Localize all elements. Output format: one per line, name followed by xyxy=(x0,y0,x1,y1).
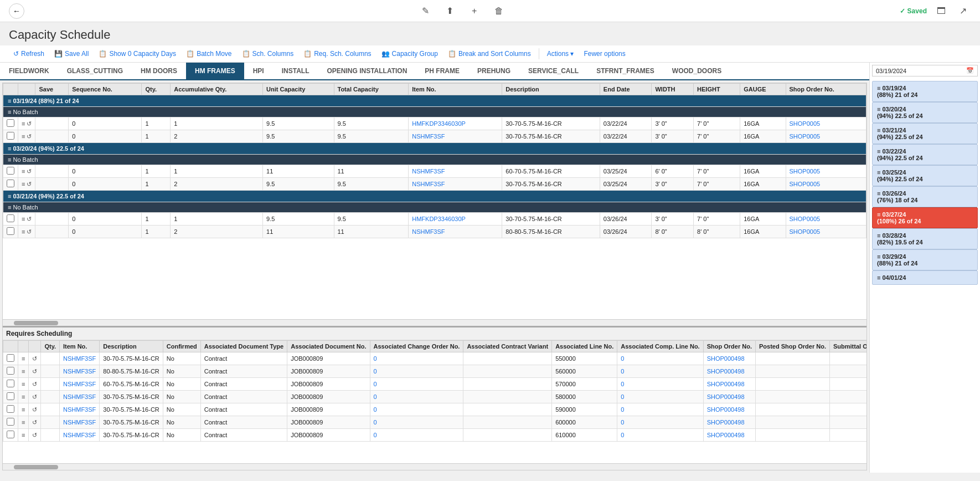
rs-comp-line-link[interactable]: 0 xyxy=(621,368,624,375)
sidebar-date-item-9[interactable]: ≡ 04/01/24 xyxy=(872,270,978,285)
show-0-capacity-button[interactable]: 📋 Show 0 Capacity Days xyxy=(94,48,180,60)
refresh-button[interactable]: ↺ Refresh xyxy=(9,48,49,60)
rs-shop-order-link[interactable]: SHOP000498 xyxy=(707,368,745,375)
row-checkbox[interactable] xyxy=(7,354,14,362)
row-refresh-icon[interactable]: ↺ xyxy=(32,406,37,413)
group-header-1[interactable]: ≡ 03/19/24 (88%) 21 of 24 xyxy=(3,95,866,107)
rs-comp-line-link[interactable]: 0 xyxy=(621,381,624,387)
item-link[interactable]: NSHMF3SF xyxy=(412,181,445,187)
row-menu-icon[interactable]: ≡ xyxy=(22,120,25,127)
tab-hm-doors[interactable]: HM DOORS xyxy=(132,63,186,79)
rs-change-order-link[interactable]: 0 xyxy=(374,406,377,413)
shop-order-link[interactable]: SHOP0005 xyxy=(790,133,821,140)
external-icon-btn[interactable]: ↗ xyxy=(956,3,971,19)
tab-hpi[interactable]: HPI xyxy=(244,63,273,79)
sidebar-date-item-8[interactable]: ≡ 03/29/24 (88%) 21 of 24 xyxy=(872,249,978,270)
sidebar-date-item-7[interactable]: ≡ 03/28/24 (82%) 19.5 of 24 xyxy=(872,228,978,249)
tab-fieldwork[interactable]: FIELDWORK xyxy=(0,63,58,79)
rs-shop-order-link[interactable]: SHOP000498 xyxy=(707,381,745,387)
rs-comp-line-link[interactable]: 0 xyxy=(621,355,624,362)
sidebar-date-item-0[interactable]: ≡ 03/19/24 (88%) 21 of 24 xyxy=(872,81,978,102)
actions-button[interactable]: Actions ▾ xyxy=(543,48,579,60)
rs-change-order-link[interactable]: 0 xyxy=(374,381,377,387)
row-checkbox[interactable] xyxy=(7,167,14,175)
edit-icon-btn[interactable]: ✎ xyxy=(418,3,434,19)
row-checkbox[interactable] xyxy=(7,405,14,413)
row-refresh-icon[interactable]: ↺ xyxy=(32,381,37,387)
row-checkbox[interactable] xyxy=(7,418,14,426)
row-checkbox[interactable] xyxy=(7,132,14,140)
item-link[interactable]: HMFKDP3346030P xyxy=(412,216,466,222)
group-header-3[interactable]: ≡ 03/21/24 (94%) 22.5 of 24 xyxy=(3,191,866,202)
item-link[interactable]: NSHMF3SF xyxy=(412,133,445,140)
rs-shop-order-link[interactable]: SHOP000498 xyxy=(707,406,745,413)
shop-order-link[interactable]: SHOP0005 xyxy=(790,120,821,127)
schedule-scroll[interactable]: Save Sequence No. Qty. Accumulative Qty.… xyxy=(3,83,866,319)
row-refresh-icon[interactable]: ↺ xyxy=(27,228,32,235)
row-checkbox[interactable] xyxy=(7,227,14,235)
capacity-group-button[interactable]: 👥 Capacity Group xyxy=(377,48,442,60)
sidebar-date-item-5[interactable]: ≡ 03/26/24 (76%) 18 of 24 xyxy=(872,186,978,207)
row-checkbox[interactable] xyxy=(7,392,14,400)
row-refresh-icon[interactable]: ↺ xyxy=(27,216,32,222)
tab-wood-doors[interactable]: WOOD_DOORS xyxy=(663,63,730,79)
row-checkbox[interactable] xyxy=(7,380,14,387)
tab-stfrnt-frames[interactable]: STFRNT_FRAMES xyxy=(587,63,663,79)
shop-order-link[interactable]: SHOP0005 xyxy=(790,168,821,175)
sidebar-date-item-4[interactable]: ≡ 03/25/24 (94%) 22.5 of 24 xyxy=(872,165,978,186)
tab-install[interactable]: INSTALL xyxy=(273,63,318,79)
rs-shop-order-link[interactable]: SHOP000498 xyxy=(707,432,745,438)
rs-item-link[interactable]: NSHMF3SF xyxy=(63,368,96,375)
tab-hm-frames[interactable]: HM FRAMES xyxy=(186,63,244,79)
row-checkbox[interactable] xyxy=(7,214,14,222)
row-refresh-icon[interactable]: ↺ xyxy=(32,432,37,438)
rs-change-order-link[interactable]: 0 xyxy=(374,432,377,438)
row-refresh-icon[interactable]: ↺ xyxy=(32,393,37,400)
shop-order-link[interactable]: SHOP0005 xyxy=(790,228,821,235)
sch-columns-button[interactable]: 📋 Sch. Columns xyxy=(238,48,298,60)
tab-glass-cutting[interactable]: GLASS_CUTTING xyxy=(58,63,132,79)
save-all-button[interactable]: 💾 Save All xyxy=(50,48,93,60)
group-header-2[interactable]: ≡ 03/20/24 (94%) 22.5 of 24 xyxy=(3,143,866,155)
rs-change-order-link[interactable]: 0 xyxy=(374,355,377,362)
rs-item-link[interactable]: NSHMF3SF xyxy=(63,419,96,426)
row-menu-icon[interactable]: ≡ xyxy=(22,419,25,426)
tab-ph-frame[interactable]: PH FRAME xyxy=(416,63,468,79)
add-icon-btn[interactable]: + xyxy=(467,3,482,19)
item-link[interactable]: NSHMF3SF xyxy=(412,228,445,235)
row-refresh-icon[interactable]: ↺ xyxy=(32,368,37,375)
tab-prehung[interactable]: PREHUNG xyxy=(468,63,519,79)
item-link[interactable]: NSHMF3SF xyxy=(412,168,445,175)
req-scheduling-scroll[interactable]: Qty. Item No. Description Confirmed Asso… xyxy=(3,340,866,463)
batch-header-3[interactable]: ≡ No Batch xyxy=(3,202,866,213)
break-sort-button[interactable]: 📋 Break and Sort Columns xyxy=(443,48,535,60)
rs-item-link[interactable]: NSHMF3SF xyxy=(63,393,96,400)
delete-icon-btn[interactable]: 🗑 xyxy=(491,3,507,19)
batch-move-button[interactable]: 📋 Batch Move xyxy=(182,48,236,60)
rs-shop-order-link[interactable]: SHOP000498 xyxy=(707,419,745,426)
sidebar-date-input[interactable]: 03/19/2024 📅 xyxy=(872,65,978,76)
back-button[interactable]: ← xyxy=(9,3,24,19)
row-refresh-icon[interactable]: ↺ xyxy=(27,120,32,127)
batch-header-2[interactable]: ≡ No Batch xyxy=(3,155,866,165)
row-menu-icon[interactable]: ≡ xyxy=(22,228,25,235)
req-sch-columns-button[interactable]: 📋 Req. Sch. Columns xyxy=(299,48,375,60)
rs-item-link[interactable]: NSHMF3SF xyxy=(63,355,96,362)
tab-opening-installation[interactable]: OPENING INSTALLATION xyxy=(318,63,416,79)
row-menu-icon[interactable]: ≡ xyxy=(22,168,25,175)
row-refresh-icon[interactable]: ↺ xyxy=(27,133,32,140)
row-menu-icon[interactable]: ≡ xyxy=(22,355,25,362)
rs-comp-line-link[interactable]: 0 xyxy=(621,406,624,413)
rs-item-link[interactable]: NSHMF3SF xyxy=(63,381,96,387)
batch-header-1[interactable]: ≡ No Batch xyxy=(3,107,866,117)
rs-change-order-link[interactable]: 0 xyxy=(374,368,377,375)
row-refresh-icon[interactable]: ↺ xyxy=(32,419,37,426)
sidebar-date-item-2[interactable]: ≡ 03/21/24 (94%) 22.5 of 24 xyxy=(872,123,978,144)
sidebar-date-item-6[interactable]: ≡ 03/27/24 (108%) 26 of 24 xyxy=(872,207,978,228)
h-scrollbar-top[interactable] xyxy=(3,319,866,326)
rs-comp-line-link[interactable]: 0 xyxy=(621,419,624,426)
rs-shop-order-link[interactable]: SHOP000498 xyxy=(707,393,745,400)
share-icon-btn[interactable]: ⬆ xyxy=(442,3,458,19)
row-menu-icon[interactable]: ≡ xyxy=(22,181,25,187)
row-checkbox[interactable] xyxy=(7,431,14,438)
